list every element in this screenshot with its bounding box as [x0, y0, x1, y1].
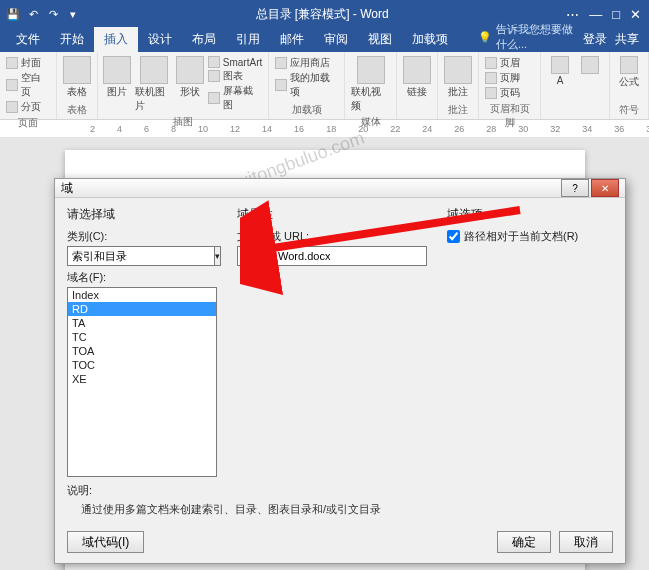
list-item[interactable]: RD	[68, 302, 216, 316]
relative-path-checkbox-input[interactable]	[447, 230, 460, 243]
tell-me[interactable]: 💡 告诉我您想要做什么...	[458, 22, 583, 52]
filename-input[interactable]	[237, 246, 427, 266]
minimize-icon[interactable]: —	[589, 7, 602, 22]
header-icon	[485, 57, 497, 69]
quick-access-toolbar: 💾 ↶ ↷ ▾	[0, 5, 86, 23]
dialog-titlebar[interactable]: 域 ? ✕	[55, 179, 625, 198]
footer-button[interactable]: 页脚	[485, 71, 534, 85]
field-options-panel: 域选项 路径相对于当前文档(R)	[447, 206, 613, 477]
tab-insert[interactable]: 插入	[94, 27, 138, 52]
tab-view[interactable]: 视图	[358, 27, 402, 52]
screenshot-icon	[208, 92, 220, 104]
group-label-text	[547, 115, 603, 117]
list-item[interactable]: TA	[68, 316, 216, 330]
pictures-icon	[103, 56, 131, 84]
relative-path-checkbox-label: 路径相对于当前文档(R)	[464, 229, 578, 244]
equation-button[interactable]: 公式	[616, 56, 642, 89]
ok-button[interactable]: 确定	[497, 531, 551, 553]
tab-addins[interactable]: 加载项	[402, 27, 458, 52]
category-label: 类别(C):	[67, 229, 217, 244]
parts-icon	[581, 56, 599, 74]
field-options-heading: 域选项	[447, 206, 613, 223]
maximize-icon[interactable]: □	[612, 7, 620, 22]
group-media: 联机视频 媒体	[345, 52, 397, 119]
tab-design[interactable]: 设计	[138, 27, 182, 52]
group-links: 链接	[397, 52, 438, 119]
save-icon[interactable]: 💾	[4, 5, 22, 23]
page-number-icon	[485, 87, 497, 99]
shapes-icon	[176, 56, 204, 84]
page-number-button[interactable]: 页码	[485, 86, 534, 100]
smartart-button[interactable]: SmartArt	[208, 56, 262, 68]
dialog-close-button[interactable]: ✕	[591, 179, 619, 197]
group-header-footer: 页眉 页脚 页码 页眉和页脚	[479, 52, 541, 119]
ribbon: 封面 空白页 分页 页面 表格 表格 图片 联机图片 形状 SmartArt 图…	[0, 52, 649, 120]
list-item[interactable]: Index	[68, 288, 216, 302]
tab-review[interactable]: 审阅	[314, 27, 358, 52]
table-button[interactable]: 表格	[63, 56, 91, 99]
redo-icon[interactable]: ↷	[44, 5, 62, 23]
close-icon[interactable]: ✕	[630, 7, 641, 22]
footer-icon	[485, 72, 497, 84]
text-box-button[interactable]: A	[547, 56, 573, 86]
chart-icon	[208, 70, 220, 82]
category-input[interactable]	[67, 246, 215, 266]
addins-icon	[275, 79, 287, 91]
description-area: 说明: 通过使用多篇文档来创建索引、目录、图表目录和/或引文目录	[67, 483, 613, 517]
tab-references[interactable]: 引用	[226, 27, 270, 52]
tab-file[interactable]: 文件	[6, 27, 50, 52]
list-item[interactable]: TC	[68, 330, 216, 344]
shapes-button[interactable]: 形状	[177, 56, 204, 99]
header-button[interactable]: 页眉	[485, 56, 534, 70]
equation-icon	[620, 56, 638, 74]
page-break-button[interactable]: 分页	[6, 100, 50, 114]
category-combo[interactable]: ▾	[67, 246, 217, 266]
tab-mailings[interactable]: 邮件	[270, 27, 314, 52]
horizontal-ruler[interactable]: 2468101214161820222426283032343638404244…	[0, 120, 649, 138]
field-names-listbox[interactable]: Index RD TA TC TOA TOC XE	[67, 287, 217, 477]
quick-parts-button[interactable]	[577, 56, 603, 74]
account-link[interactable]: 登录	[583, 31, 607, 48]
online-pictures-button[interactable]: 联机图片	[135, 56, 173, 113]
list-item[interactable]: XE	[68, 372, 216, 386]
undo-icon[interactable]: ↶	[24, 5, 42, 23]
group-label-tables: 表格	[63, 101, 91, 117]
field-names-label: 域名(F):	[67, 270, 217, 285]
share-button[interactable]: 共享	[615, 31, 639, 48]
dialog-help-button[interactable]: ?	[561, 179, 589, 197]
field-dialog: 域 ? ✕ 请选择域 类别(C): ▾ 域名(F): Index RD TA T…	[54, 178, 626, 564]
cover-page-icon	[6, 57, 18, 69]
field-props-heading: 域属性	[237, 206, 427, 223]
comment-button[interactable]: 批注	[444, 56, 472, 99]
ribbon-options-icon[interactable]: ⋯	[566, 7, 579, 22]
relative-path-checkbox[interactable]: 路径相对于当前文档(R)	[447, 229, 613, 244]
blank-page-button[interactable]: 空白页	[6, 71, 50, 99]
links-button[interactable]: 链接	[403, 56, 431, 99]
window-buttons: ⋯ — □ ✕	[558, 7, 649, 22]
video-icon	[357, 56, 385, 84]
cover-page-button[interactable]: 封面	[6, 56, 50, 70]
tab-layout[interactable]: 布局	[182, 27, 226, 52]
tab-home[interactable]: 开始	[50, 27, 94, 52]
group-label-comments: 批注	[444, 101, 472, 117]
pictures-button[interactable]: 图片	[104, 56, 131, 99]
chart-button[interactable]: 图表	[208, 69, 262, 83]
table-icon	[63, 56, 91, 84]
page-break-icon	[6, 101, 18, 113]
dialog-body: 请选择域 类别(C): ▾ 域名(F): Index RD TA TC TOA …	[55, 198, 625, 525]
list-item[interactable]: TOC	[68, 358, 216, 372]
qat-more-icon[interactable]: ▾	[64, 5, 82, 23]
textbox-icon	[551, 56, 569, 74]
list-item[interactable]: TOA	[68, 344, 216, 358]
group-tables: 表格 表格	[57, 52, 98, 119]
group-pages: 封面 空白页 分页 页面	[0, 52, 57, 119]
chevron-down-icon[interactable]: ▾	[215, 246, 221, 266]
dialog-title: 域	[61, 180, 561, 197]
online-video-button[interactable]: 联机视频	[351, 56, 390, 113]
cancel-button[interactable]: 取消	[559, 531, 613, 553]
store-button[interactable]: 应用商店	[275, 56, 338, 70]
description-text: 通过使用多篇文档来创建索引、目录、图表目录和/或引文目录	[67, 502, 613, 517]
screenshot-button[interactable]: 屏幕截图	[208, 84, 262, 112]
my-addins-button[interactable]: 我的加载项	[275, 71, 338, 99]
field-codes-button[interactable]: 域代码(I)	[67, 531, 144, 553]
